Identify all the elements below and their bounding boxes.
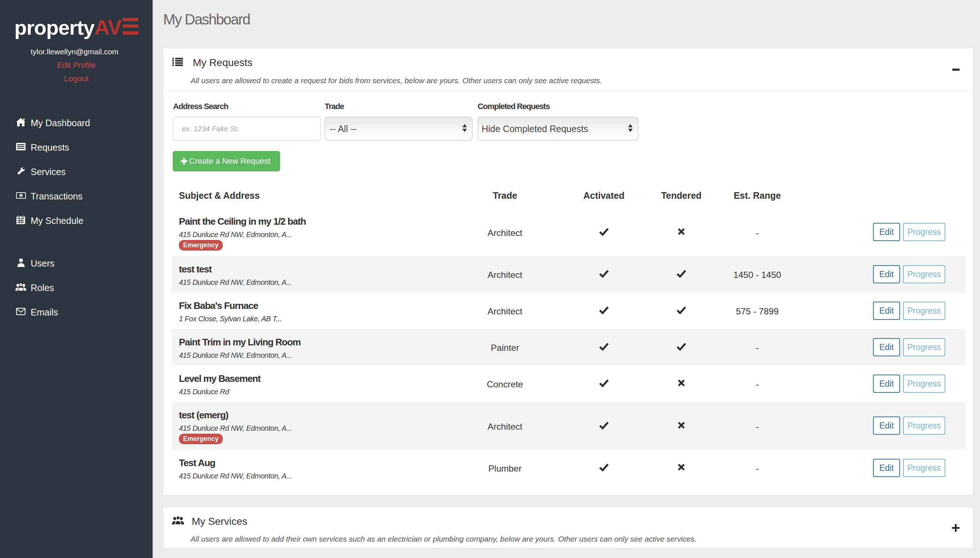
- svg-text:1: 1: [20, 194, 21, 197]
